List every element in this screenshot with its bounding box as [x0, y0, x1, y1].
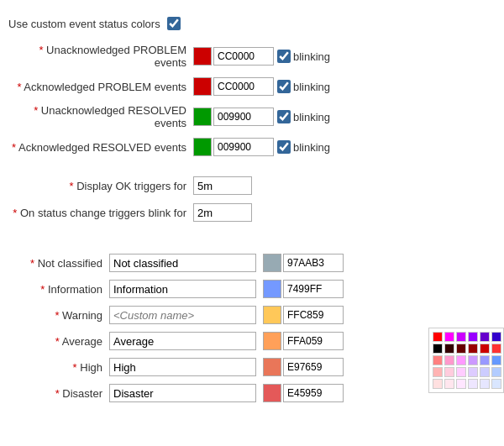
- event-blink-label-1: blinking: [293, 81, 330, 93]
- event-label-3: * Acknowledged RESOLVED events: [8, 141, 193, 154]
- event-row-3: * Acknowledged RESOLVED events blinking: [0, 136, 504, 158]
- event-blink-checkbox-1[interactable]: [277, 80, 291, 93]
- event-label-0: * Unacknowledged PROBLEM events: [8, 44, 193, 69]
- color-cell-16[interactable]: [480, 355, 490, 365]
- required-star: *: [70, 180, 77, 192]
- severity-name-input-3[interactable]: [109, 332, 256, 350]
- severity-row-1: * Information: [0, 278, 504, 300]
- event-blink-checkbox-3[interactable]: [277, 140, 291, 154]
- color-cell-22[interactable]: [480, 367, 490, 377]
- event-color-input-0[interactable]: [213, 47, 274, 66]
- severity-color-swatch-3[interactable]: [263, 332, 281, 350]
- color-cell-11[interactable]: [491, 344, 501, 354]
- event-blink-wrap-1: blinking: [277, 80, 330, 93]
- event-blink-label-0: blinking: [293, 50, 330, 63]
- event-color-input-3[interactable]: [213, 138, 274, 156]
- event-blink-checkbox-2[interactable]: [277, 110, 291, 123]
- color-cell-12[interactable]: [433, 355, 443, 365]
- display-ok-label: * Display OK triggers for: [8, 180, 193, 192]
- severity-label-2: * Warning: [8, 309, 109, 322]
- color-picker-popup: [428, 328, 504, 393]
- severity-color-wrap-3: [263, 332, 344, 350]
- severity-color-input-0[interactable]: [283, 254, 344, 272]
- color-picker-grid: [433, 332, 500, 389]
- event-blink-wrap-0: blinking: [277, 50, 330, 63]
- color-cell-26[interactable]: [456, 379, 466, 389]
- color-cell-5[interactable]: [491, 332, 501, 342]
- event-blink-wrap-3: blinking: [277, 140, 330, 154]
- severity-color-input-3[interactable]: [283, 332, 344, 350]
- color-cell-18[interactable]: [433, 367, 443, 377]
- severity-color-wrap-4: [263, 358, 344, 376]
- severity-color-input-1[interactable]: [283, 280, 344, 298]
- severity-name-input-4[interactable]: [109, 358, 256, 376]
- severity-color-wrap-1: [263, 280, 344, 298]
- color-cell-10[interactable]: [480, 344, 490, 354]
- color-cell-17[interactable]: [491, 355, 501, 365]
- color-cell-19[interactable]: [444, 367, 454, 377]
- severity-label-4: * High: [8, 361, 109, 374]
- severity-color-swatch-4[interactable]: [263, 358, 281, 376]
- color-cell-4[interactable]: [480, 332, 490, 342]
- severity-color-wrap-2: [263, 306, 344, 324]
- color-cell-29[interactable]: [491, 379, 501, 389]
- severity-name-input-2[interactable]: [109, 306, 256, 324]
- color-cell-0[interactable]: [433, 332, 443, 342]
- color-cell-7[interactable]: [444, 344, 454, 354]
- event-color-group-0: blinking: [193, 47, 330, 66]
- event-color-swatch-0[interactable]: [193, 47, 212, 66]
- color-cell-27[interactable]: [468, 379, 478, 389]
- color-cell-9[interactable]: [468, 344, 478, 354]
- severity-color-swatch-2[interactable]: [263, 306, 281, 324]
- event-row-2: * Unacknowledged RESOLVED events blinkin…: [0, 102, 504, 131]
- severity-row-2: * Warning: [0, 304, 504, 326]
- color-cell-1[interactable]: [444, 332, 454, 342]
- color-cell-28[interactable]: [480, 379, 490, 389]
- event-color-swatch-1[interactable]: [193, 77, 212, 96]
- custom-colors-checkbox[interactable]: [167, 17, 181, 30]
- event-label-1: * Acknowledged PROBLEM events: [8, 81, 193, 93]
- display-ok-row: * Display OK triggers for: [0, 175, 504, 197]
- event-color-swatch-2[interactable]: [193, 108, 212, 126]
- event-blink-wrap-2: blinking: [277, 110, 330, 123]
- event-row-1: * Acknowledged PROBLEM events blinking: [0, 76, 504, 97]
- color-cell-2[interactable]: [456, 332, 466, 342]
- severity-color-swatch-5[interactable]: [263, 384, 281, 402]
- severity-color-swatch-1[interactable]: [263, 280, 281, 298]
- color-cell-6[interactable]: [433, 344, 443, 354]
- settings-panel: Use custom event status colors * Unackno…: [0, 0, 504, 418]
- color-cell-3[interactable]: [468, 332, 478, 342]
- event-color-swatch-3[interactable]: [193, 138, 212, 156]
- severity-color-input-4[interactable]: [283, 358, 344, 376]
- display-ok-input[interactable]: [193, 176, 252, 195]
- severity-name-input-5[interactable]: [109, 384, 256, 402]
- color-cell-20[interactable]: [456, 367, 466, 377]
- event-blink-checkbox-0[interactable]: [277, 50, 291, 63]
- event-blink-label-3: blinking: [293, 141, 330, 154]
- severity-label-0: * Not classified: [8, 257, 109, 270]
- severity-color-swatch-0[interactable]: [263, 254, 281, 272]
- event-color-input-2[interactable]: [213, 108, 274, 126]
- color-cell-15[interactable]: [468, 355, 478, 365]
- required-star2: *: [13, 207, 20, 219]
- color-cell-24[interactable]: [433, 379, 443, 389]
- event-label-2: * Unacknowledged RESOLVED events: [8, 104, 193, 129]
- severity-color-input-5[interactable]: [283, 384, 344, 402]
- severity-name-input-1[interactable]: [109, 280, 256, 298]
- severity-color-input-2[interactable]: [283, 306, 344, 324]
- event-color-group-2: blinking: [193, 108, 330, 126]
- color-cell-8[interactable]: [456, 344, 466, 354]
- severity-color-wrap-5: [263, 384, 344, 402]
- event-color-input-1[interactable]: [213, 77, 274, 96]
- custom-colors-label: Use custom event status colors: [8, 18, 160, 30]
- color-cell-23[interactable]: [491, 367, 501, 377]
- severity-row-0: * Not classified: [0, 252, 504, 274]
- severity-label-3: * Average: [8, 335, 109, 348]
- color-cell-21[interactable]: [468, 367, 478, 377]
- status-change-input[interactable]: [193, 203, 252, 222]
- color-cell-13[interactable]: [444, 355, 454, 365]
- event-rows-container: * Unacknowledged PROBLEM events blinking…: [0, 42, 504, 158]
- color-cell-25[interactable]: [444, 379, 454, 389]
- severity-name-input-0[interactable]: [109, 254, 256, 272]
- color-cell-14[interactable]: [456, 355, 466, 365]
